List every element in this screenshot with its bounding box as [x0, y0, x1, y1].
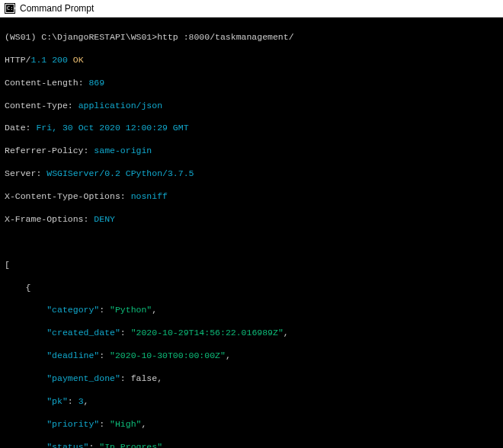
- command-text: http :8000/taskmanagement/: [157, 32, 293, 42]
- prompt-line: (WS01) C:\DjangoRESTAPI\WS01>http :8000/…: [5, 32, 498, 43]
- json-value: "2020-10-29T14:56:22.016989Z": [131, 328, 284, 338]
- json-field-created-date: "created_date": "2020-10-29T14:56:22.016…: [5, 328, 498, 339]
- blank-line: [5, 237, 498, 248]
- header-value: same-origin: [94, 146, 152, 155]
- header-label: Server: [5, 168, 36, 178]
- json-key: "deadline": [46, 350, 99, 360]
- json-key: "status": [46, 442, 88, 448]
- header-value: WSGIServer/0.2 CPython/3.7.5: [46, 168, 194, 178]
- json-key: "category": [46, 305, 99, 315]
- http-label: HTTP/: [5, 55, 31, 65]
- header-label: X-Frame-Options: [5, 214, 84, 224]
- header-server: Server: WSGIServer/0.2 CPython/3.7.5: [5, 168, 498, 180]
- json-value: "High": [110, 419, 141, 429]
- header-referrer-policy: Referrer-Policy: same-origin: [5, 146, 498, 157]
- header-value: nosniff: [131, 191, 168, 201]
- json-key: "created_date": [46, 328, 120, 338]
- svg-text:C:\: C:\: [7, 5, 15, 11]
- header-x-frame: X-Frame-Options: DENY: [5, 214, 498, 226]
- json-field-status: "status": "In Progres",: [5, 442, 498, 448]
- json-value: "In Progres": [99, 442, 162, 448]
- json-value: "Python": [110, 305, 152, 315]
- json-open-bracket: [: [5, 260, 498, 271]
- json-value: 3: [78, 396, 84, 406]
- json-field-deadline: "deadline": "2020-10-30T00:00:00Z",: [5, 350, 498, 362]
- json-value: "2020-10-30T00:00:00Z": [110, 350, 226, 360]
- header-content-length: Content-Length: 869: [5, 78, 498, 89]
- window-titlebar[interactable]: C:\ Command Prompt: [0, 0, 503, 18]
- json-field-priority: "priority": "High",: [5, 419, 498, 430]
- json-field-category: "category": "Python",: [5, 305, 498, 316]
- header-label: Content-Type: [5, 101, 68, 110]
- header-value: application/json: [78, 101, 162, 110]
- header-content-type: Content-Type: application/json: [5, 101, 498, 112]
- status-code: 200: [52, 55, 68, 65]
- json-value: false: [131, 373, 158, 383]
- window-title: Command Prompt: [20, 3, 94, 14]
- header-label: Referrer-Policy: [5, 146, 84, 155]
- header-value: 869: [88, 78, 104, 88]
- header-label: X-Content-Type-Options: [5, 191, 120, 201]
- terminal-output[interactable]: (WS01) C:\DjangoRESTAPI\WS01>http :8000/…: [0, 18, 503, 448]
- json-key: "payment_done": [46, 373, 120, 383]
- status-text: OK: [73, 55, 84, 65]
- header-value: DENY: [94, 214, 115, 224]
- json-field-pk: "pk": 3,: [5, 396, 498, 408]
- header-value: Fri, 30 Oct 2020 12:00:29 GMT: [36, 123, 188, 133]
- prompt-text: (WS01) C:\DjangoRESTAPI\WS01>: [5, 32, 157, 42]
- json-field-payment-done: "payment_done": false,: [5, 373, 498, 385]
- http-version: 1.1: [31, 55, 47, 65]
- header-x-content-type: X-Content-Type-Options: nosniff: [5, 191, 498, 203]
- cmd-icon: C:\: [5, 3, 15, 14]
- header-label: Content-Length: [5, 78, 78, 88]
- json-open-brace: {: [5, 283, 498, 294]
- status-line: HTTP/1.1 200 OK: [5, 55, 498, 66]
- json-key: "priority": [46, 419, 99, 429]
- json-key: "pk": [46, 396, 68, 406]
- header-label: Date: [5, 123, 26, 133]
- header-date: Date: Fri, 30 Oct 2020 12:00:29 GMT: [5, 123, 498, 134]
